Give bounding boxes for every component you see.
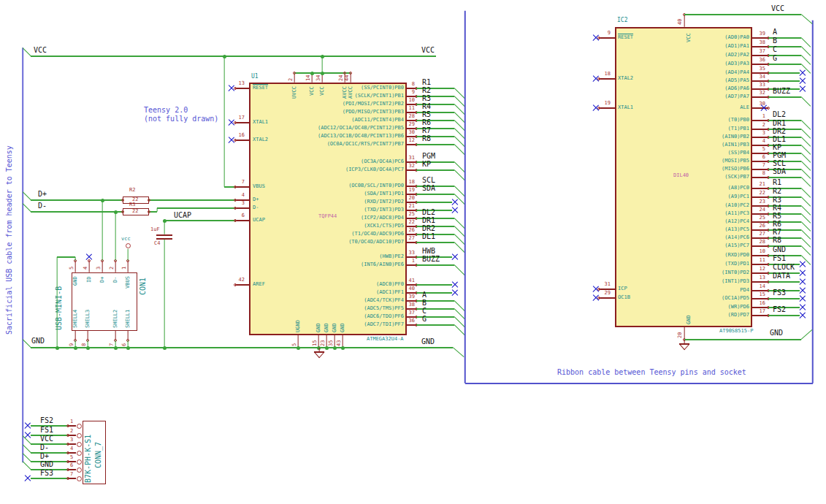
net-label-GND: GND (421, 338, 435, 345)
pin-number: 24 (339, 75, 344, 81)
pin-number: 19 (409, 188, 415, 193)
pin-number: 28 (409, 114, 415, 119)
pin-name: (ADC7/TDI)PF7 (364, 322, 404, 327)
wire (801, 47, 811, 57)
pin-name: VCC (320, 86, 325, 96)
net-label-G: G (422, 316, 427, 323)
wire (31, 56, 436, 56)
wire (801, 121, 811, 131)
pin-name: (T0)PB0 (728, 118, 750, 123)
net-label-GND: GND (31, 337, 45, 345)
net-label-VCC: VCC (771, 5, 784, 12)
pin-number: 4 (70, 446, 73, 451)
pin-name: (SCK)PB7 (724, 175, 749, 180)
pin-end-dot (148, 210, 150, 213)
pin-number: 11 (409, 106, 415, 111)
pin (235, 140, 249, 140)
wire (801, 97, 811, 107)
wire (31, 478, 68, 478)
wire (768, 298, 800, 299)
pin-name: (A8)PC0 (728, 186, 750, 191)
pin-name: (SCLK/PCINT1)PB1 (355, 93, 404, 99)
pin-name: SHELL4 (73, 310, 78, 328)
net-label-FS1: FS1 (773, 255, 786, 262)
pin-number: 41 (409, 278, 415, 283)
wire (157, 207, 235, 208)
pin-end-dot (77, 433, 82, 438)
net-label-PGM: PGM (773, 152, 786, 159)
pin-end-dot (77, 442, 82, 447)
pin-name: (TXD/INT3)PD3 (364, 207, 404, 213)
wire (454, 265, 466, 277)
pin-number: 43 (337, 340, 342, 346)
wire (31, 347, 453, 348)
ref-R3: R3 (129, 202, 135, 207)
wire (416, 324, 454, 325)
pin-name: XTAL2 (618, 76, 633, 81)
pin-name: (ADC11/PCINT4)PB4 (351, 118, 404, 123)
value-R3: 22 (132, 209, 138, 214)
pin-number: 6 (242, 213, 245, 218)
schematic-canvas: Sacrificial USB cable from header to Tee… (0, 0, 826, 504)
pin-end-dot (349, 72, 352, 75)
pin-number: 1 (122, 267, 127, 270)
teensy-note-line1: Teensy 2.0 (144, 107, 188, 114)
pin-number: 3 (242, 201, 245, 206)
wire (801, 38, 811, 48)
pin-name: (HWB)PE2 (379, 254, 404, 259)
pin-name: RESET (253, 85, 268, 91)
wire (684, 339, 801, 340)
pin-number: 14 (760, 284, 765, 289)
net-label-R8: R8 (422, 135, 431, 142)
pin-number: 20 (409, 196, 415, 201)
net-label-FS2: FS2 (773, 306, 786, 313)
pin-number: 22 (409, 220, 415, 225)
pin-number: 4 (762, 139, 765, 144)
net-label-D-: D- (38, 202, 47, 210)
pin-number: 38 (409, 302, 415, 308)
wire (416, 144, 454, 145)
pin-name: (A15)PC7 (724, 243, 749, 248)
pin-name: ICP (618, 286, 627, 291)
pin-name: (OC3A/OC4A)PC6 (361, 159, 404, 164)
pin-number: 6 (70, 463, 73, 468)
pin-end-dot (293, 72, 296, 75)
pin-number: 9 (608, 31, 611, 36)
pin (752, 120, 768, 121)
net-label-R7: R7 (422, 127, 431, 134)
net-label-SDA: SDA (422, 185, 435, 192)
pin-name: (ADC1)PF1 (376, 290, 404, 295)
pin-name: D- (113, 276, 118, 282)
pin-number: 5 (70, 455, 73, 460)
net-label-BUZZ: BUZZ (422, 256, 440, 263)
net-label-R6: R6 (773, 221, 781, 228)
footprint-IC2: DIL40 (673, 173, 689, 178)
pin-name: (RXD)PD0 (724, 253, 749, 258)
net-label-SCL: SCL (422, 177, 435, 184)
net-label-KP: KP (773, 144, 781, 151)
pin-name: (T0/OC4D/ADC10)PD7 (348, 240, 404, 245)
pin-number: 2 (70, 429, 73, 434)
pin-name: SHELL1 (126, 310, 131, 328)
pin-name: (ADC0)PF0 (376, 282, 404, 287)
vcc-power-symbol: vcc (121, 237, 131, 242)
value-U1: ATMEGA32U4-A (367, 337, 404, 342)
bus-entry (23, 192, 31, 201)
pin-name: D+ (253, 197, 259, 202)
pin-number: 17 (760, 309, 765, 314)
net-label-DL2: DL2 (422, 209, 435, 216)
pin-name: (AIN0)PB2 (722, 134, 749, 140)
pin (599, 297, 615, 298)
pin-number: 6 (122, 343, 127, 346)
pin-number: 24 (760, 207, 765, 213)
pin-number: 21 (760, 182, 765, 187)
pin-name: UVCC (292, 86, 297, 99)
pin-name: (INT1)PD3 (722, 279, 749, 284)
ribbon-note: Ribbon cable between Teensy pins and soc… (557, 369, 746, 376)
net-label-CLOCK: CLOCK (773, 264, 795, 271)
wire (768, 80, 800, 81)
value-C4: 1uF (150, 227, 160, 232)
pin-number: 18 (409, 180, 415, 185)
pin-number: 2 (110, 267, 115, 270)
wire (416, 284, 452, 285)
